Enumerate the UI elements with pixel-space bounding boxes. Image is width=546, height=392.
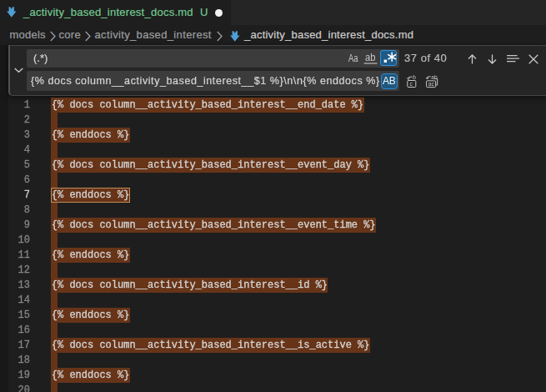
svg-text:c: c xyxy=(410,81,413,87)
svg-text:ac: ac xyxy=(428,81,435,87)
svg-text:b: b xyxy=(413,74,416,80)
svg-text:ab: ab xyxy=(365,52,376,63)
svg-text:ab: ab xyxy=(431,74,438,80)
svg-text:Aa: Aa xyxy=(348,53,358,64)
